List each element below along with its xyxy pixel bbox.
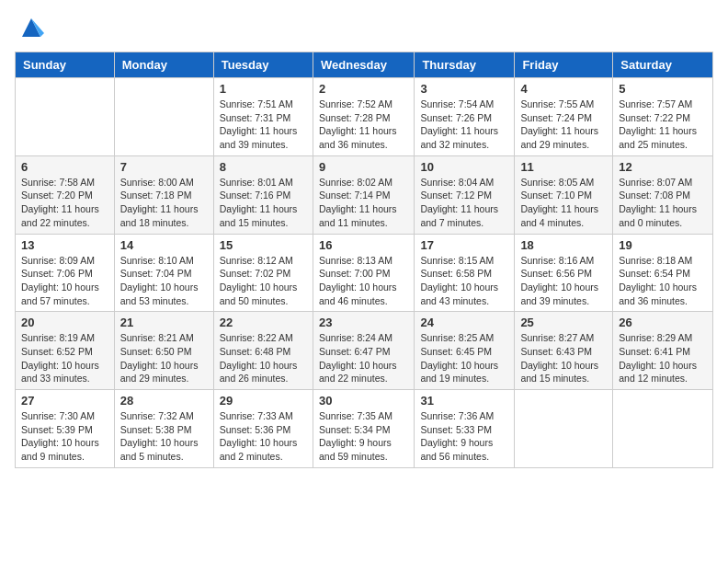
calendar-cell: 26Sunrise: 8:29 AM Sunset: 6:41 PM Dayli…: [613, 312, 713, 390]
calendar-cell: 12Sunrise: 8:07 AM Sunset: 7:08 PM Dayli…: [613, 155, 713, 234]
day-number: 25: [520, 316, 607, 329]
calendar-cell: 17Sunrise: 8:15 AM Sunset: 6:58 PM Dayli…: [415, 234, 515, 312]
day-info: Sunrise: 7:54 AM Sunset: 7:26 PM Dayligh…: [420, 98, 508, 152]
day-number: 16: [319, 238, 408, 252]
day-info: Sunrise: 7:32 AM Sunset: 5:38 PM Dayligh…: [120, 409, 208, 464]
column-header-tuesday: Tuesday: [213, 52, 313, 78]
day-info: Sunrise: 8:10 AM Sunset: 7:04 PM Dayligh…: [120, 254, 208, 308]
day-info: Sunrise: 8:13 AM Sunset: 7:00 PM Dayligh…: [319, 254, 408, 308]
day-info: Sunrise: 8:01 AM Sunset: 7:16 PM Dayligh…: [220, 176, 307, 230]
day-info: Sunrise: 8:22 AM Sunset: 6:48 PM Dayligh…: [220, 331, 307, 385]
day-info: Sunrise: 7:58 AM Sunset: 7:20 PM Dayligh…: [21, 176, 108, 230]
day-number: 24: [420, 316, 508, 329]
day-info: Sunrise: 8:18 AM Sunset: 6:54 PM Dayligh…: [619, 254, 707, 308]
day-info: Sunrise: 8:16 AM Sunset: 6:56 PM Dayligh…: [520, 254, 607, 308]
day-number: 3: [420, 82, 508, 96]
calendar-cell: 16Sunrise: 8:13 AM Sunset: 7:00 PM Dayli…: [313, 234, 414, 312]
calendar-cell: 21Sunrise: 8:21 AM Sunset: 6:50 PM Dayli…: [114, 312, 213, 390]
calendar-cell: [515, 390, 613, 468]
day-info: Sunrise: 7:57 AM Sunset: 7:22 PM Dayligh…: [619, 98, 707, 152]
calendar-cell: 22Sunrise: 8:22 AM Sunset: 6:48 PM Dayli…: [213, 312, 313, 390]
calendar-cell: 27Sunrise: 7:30 AM Sunset: 5:39 PM Dayli…: [16, 390, 115, 468]
column-header-saturday: Saturday: [613, 52, 713, 78]
day-number: 27: [21, 394, 108, 408]
day-number: 12: [619, 160, 707, 174]
calendar-cell: 8Sunrise: 8:01 AM Sunset: 7:16 PM Daylig…: [213, 155, 313, 234]
day-info: Sunrise: 8:12 AM Sunset: 7:02 PM Dayligh…: [220, 254, 307, 308]
day-info: Sunrise: 7:51 AM Sunset: 7:31 PM Dayligh…: [220, 98, 307, 152]
calendar-cell: 28Sunrise: 7:32 AM Sunset: 5:38 PM Dayli…: [114, 390, 213, 468]
day-number: 17: [420, 238, 508, 252]
calendar-header-row: SundayMondayTuesdayWednesdayThursdayFrid…: [16, 52, 713, 78]
day-info: Sunrise: 7:36 AM Sunset: 5:33 PM Dayligh…: [420, 409, 508, 464]
day-info: Sunrise: 8:00 AM Sunset: 7:18 PM Dayligh…: [120, 176, 208, 230]
day-info: Sunrise: 8:19 AM Sunset: 6:52 PM Dayligh…: [21, 331, 108, 385]
day-number: 31: [420, 394, 508, 408]
calendar-week-row: 27Sunrise: 7:30 AM Sunset: 5:39 PM Dayli…: [16, 390, 713, 468]
day-number: 18: [520, 238, 607, 252]
calendar-cell: 19Sunrise: 8:18 AM Sunset: 6:54 PM Dayli…: [613, 234, 713, 312]
day-info: Sunrise: 7:52 AM Sunset: 7:28 PM Dayligh…: [319, 98, 408, 152]
column-header-monday: Monday: [114, 52, 213, 78]
calendar-cell: 14Sunrise: 8:10 AM Sunset: 7:04 PM Dayli…: [114, 234, 213, 312]
day-number: 10: [420, 160, 508, 174]
day-number: 13: [21, 238, 108, 252]
day-info: Sunrise: 7:33 AM Sunset: 5:36 PM Dayligh…: [220, 409, 307, 464]
day-info: Sunrise: 8:15 AM Sunset: 6:58 PM Dayligh…: [420, 254, 508, 308]
calendar-cell: 7Sunrise: 8:00 AM Sunset: 7:18 PM Daylig…: [114, 155, 213, 234]
calendar-cell: 30Sunrise: 7:35 AM Sunset: 5:34 PM Dayli…: [313, 390, 414, 468]
calendar-cell: [16, 78, 115, 156]
day-info: Sunrise: 8:04 AM Sunset: 7:12 PM Dayligh…: [420, 176, 508, 230]
calendar-cell: 23Sunrise: 8:24 AM Sunset: 6:47 PM Dayli…: [313, 312, 414, 390]
day-number: 23: [319, 316, 408, 329]
day-number: 14: [120, 238, 208, 252]
day-number: 5: [619, 82, 707, 96]
day-number: 22: [220, 316, 307, 329]
calendar-cell: 2Sunrise: 7:52 AM Sunset: 7:28 PM Daylig…: [313, 78, 414, 156]
day-info: Sunrise: 8:07 AM Sunset: 7:08 PM Dayligh…: [619, 176, 707, 230]
day-info: Sunrise: 8:05 AM Sunset: 7:10 PM Dayligh…: [520, 176, 607, 230]
calendar-cell: 9Sunrise: 8:02 AM Sunset: 7:14 PM Daylig…: [313, 155, 414, 234]
day-info: Sunrise: 7:55 AM Sunset: 7:24 PM Dayligh…: [520, 98, 607, 152]
calendar-cell: 1Sunrise: 7:51 AM Sunset: 7:31 PM Daylig…: [213, 78, 313, 156]
calendar-week-row: 6Sunrise: 7:58 AM Sunset: 7:20 PM Daylig…: [16, 155, 713, 234]
calendar-cell: 4Sunrise: 7:55 AM Sunset: 7:24 PM Daylig…: [515, 78, 613, 156]
calendar-cell: 13Sunrise: 8:09 AM Sunset: 7:06 PM Dayli…: [16, 234, 115, 312]
calendar-cell: 20Sunrise: 8:19 AM Sunset: 6:52 PM Dayli…: [16, 312, 115, 390]
day-info: Sunrise: 8:24 AM Sunset: 6:47 PM Dayligh…: [319, 331, 408, 385]
calendar-week-row: 13Sunrise: 8:09 AM Sunset: 7:06 PM Dayli…: [16, 234, 713, 312]
calendar-cell: 31Sunrise: 7:36 AM Sunset: 5:33 PM Dayli…: [415, 390, 515, 468]
calendar-week-row: 1Sunrise: 7:51 AM Sunset: 7:31 PM Daylig…: [16, 78, 713, 156]
day-number: 11: [520, 160, 607, 174]
day-number: 29: [220, 394, 307, 408]
day-number: 1: [220, 82, 307, 96]
day-number: 8: [220, 160, 307, 174]
calendar-cell: [613, 390, 713, 468]
day-number: 4: [520, 82, 607, 96]
calendar-cell: 24Sunrise: 8:25 AM Sunset: 6:45 PM Dayli…: [415, 312, 515, 390]
logo: [15, 15, 44, 40]
column-header-thursday: Thursday: [415, 52, 515, 78]
day-number: 21: [120, 316, 208, 329]
calendar-cell: [114, 78, 213, 156]
day-number: 20: [21, 316, 108, 329]
day-info: Sunrise: 8:21 AM Sunset: 6:50 PM Dayligh…: [120, 331, 208, 385]
day-info: Sunrise: 8:27 AM Sunset: 6:43 PM Dayligh…: [520, 331, 607, 385]
calendar-cell: 3Sunrise: 7:54 AM Sunset: 7:26 PM Daylig…: [415, 78, 515, 156]
day-info: Sunrise: 8:09 AM Sunset: 7:06 PM Dayligh…: [21, 254, 108, 308]
day-number: 7: [120, 160, 208, 174]
day-number: 15: [220, 238, 307, 252]
day-number: 2: [319, 82, 408, 96]
day-info: Sunrise: 8:25 AM Sunset: 6:45 PM Dayligh…: [420, 331, 508, 385]
calendar-cell: 18Sunrise: 8:16 AM Sunset: 6:56 PM Dayli…: [515, 234, 613, 312]
calendar-cell: 25Sunrise: 8:27 AM Sunset: 6:43 PM Dayli…: [515, 312, 613, 390]
day-number: 28: [120, 394, 208, 408]
column-header-wednesday: Wednesday: [313, 52, 414, 78]
day-number: 6: [21, 160, 108, 174]
calendar-cell: 6Sunrise: 7:58 AM Sunset: 7:20 PM Daylig…: [16, 155, 115, 234]
calendar-week-row: 20Sunrise: 8:19 AM Sunset: 6:52 PM Dayli…: [16, 312, 713, 390]
day-number: 19: [619, 238, 707, 252]
day-number: 30: [319, 394, 408, 408]
day-info: Sunrise: 7:35 AM Sunset: 5:34 PM Dayligh…: [319, 409, 408, 464]
logo-icon: [18, 15, 44, 40]
